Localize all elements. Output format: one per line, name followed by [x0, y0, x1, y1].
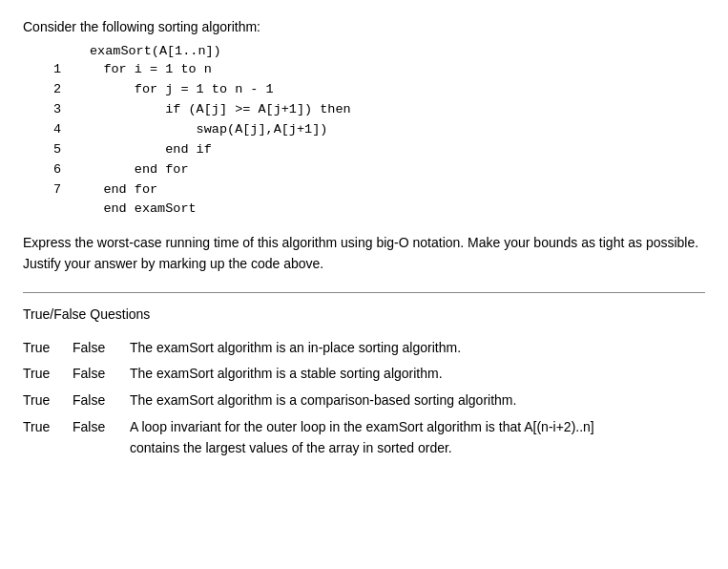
description-text: Express the worst-case running time of t…	[23, 233, 705, 274]
tf-row: TrueFalseThe examSort algorithm is a sta…	[23, 361, 705, 388]
true-option: True	[23, 335, 73, 362]
line-content: end if	[73, 140, 212, 160]
line-number: 4	[32, 120, 61, 140]
tf-question-text: A loop invariant for the outer loop in t…	[130, 414, 705, 461]
code-line: 6 end for	[32, 160, 705, 180]
line-content: end for	[73, 160, 189, 180]
line-content: end examSort	[73, 200, 197, 220]
code-block: examSort(A[1..n]) 1 for i = 1 to n2 for …	[32, 44, 705, 220]
intro-text: Consider the following sorting algorithm…	[23, 19, 705, 34]
tf-question-text: The examSort algorithm is a comparison-b…	[130, 388, 705, 414]
line-content: swap(A[j],A[j+1])	[73, 120, 327, 140]
code-line: 3 if (A[j] >= A[j+1]) then	[32, 100, 705, 120]
line-number: 7	[32, 180, 61, 200]
true-option: True	[23, 388, 73, 414]
tf-row: TrueFalseA loop invariant for the outer …	[23, 414, 705, 461]
true-option: True	[23, 414, 73, 461]
tf-row: TrueFalseThe examSort algorithm is an in…	[23, 335, 705, 362]
line-number: 2	[32, 80, 61, 100]
tf-question-text: The examSort algorithm is an in-place so…	[130, 335, 705, 362]
tf-section-title: True/False Questions	[23, 306, 705, 322]
false-option: False	[73, 335, 130, 362]
false-option: False	[73, 414, 130, 461]
code-line: 4 swap(A[j],A[j+1])	[32, 120, 705, 140]
true-option: True	[23, 361, 73, 388]
line-number: 3	[32, 100, 61, 120]
tf-table: TrueFalseThe examSort algorithm is an in…	[23, 335, 705, 461]
line-number: 5	[32, 140, 61, 160]
tf-question-text: The examSort algorithm is a stable sorti…	[130, 361, 705, 388]
code-line: end examSort	[32, 200, 705, 220]
code-line: 2 for j = 1 to n - 1	[32, 80, 705, 100]
false-option: False	[73, 388, 130, 414]
section-divider	[23, 292, 705, 293]
line-content: end for	[73, 180, 157, 200]
line-number: 6	[32, 160, 61, 180]
line-content: for j = 1 to n - 1	[73, 80, 274, 100]
code-line: 1 for i = 1 to n	[32, 60, 705, 80]
code-line: 7 end for	[32, 180, 705, 200]
false-option: False	[73, 361, 130, 388]
line-number: 1	[32, 60, 61, 80]
code-header: examSort(A[1..n])	[90, 44, 705, 58]
line-content: for i = 1 to n	[73, 60, 212, 80]
line-content: if (A[j] >= A[j+1]) then	[73, 100, 351, 120]
code-line: 5 end if	[32, 140, 705, 160]
tf-row: TrueFalseThe examSort algorithm is a com…	[23, 388, 705, 414]
